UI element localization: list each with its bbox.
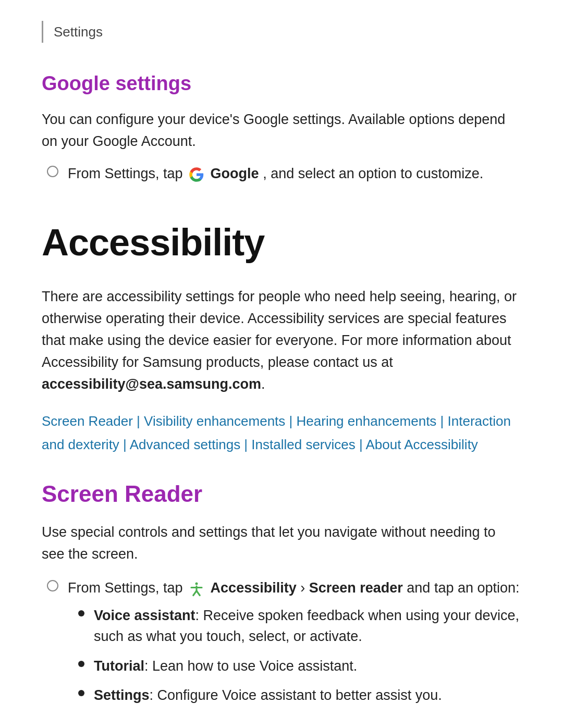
google-bullet-suffix: , and select an option to customize. [263,166,483,181]
accessibility-label-bold: Accessibility [211,580,297,596]
breadcrumb: Settings [42,21,521,43]
screen-reader-bullet: From Settings, tap Accessibility › Scree… [47,577,521,599]
sub-bullets-list: Voice assistant: Receive spoken feedback… [78,605,521,706]
nav-link-hearing[interactable]: Hearing enhancements [297,413,437,429]
accessibility-desc-text1: There are accessibility settings for peo… [42,289,517,370]
accessibility-figure-icon [189,581,204,597]
arrow-separator: › [297,580,309,596]
settings-text: : Configure Voice assistant to better as… [150,687,442,703]
sub-bullet-settings: Settings: Configure Voice assistant to b… [78,685,521,706]
google-bullet-text: From Settings, tap Google , and select a… [68,163,483,184]
accessibility-desc-text2: . [261,376,265,392]
google-settings-title: Google settings [42,69,521,98]
tutorial-label: Tutorial [94,658,144,674]
svg-point-0 [195,583,198,585]
accessibility-email: accessibility@sea.samsung.com [42,376,261,392]
google-settings-section: Google settings You can configure your d… [42,69,521,184]
screen-reader-section: Screen Reader Use special controls and s… [42,477,521,714]
sub-bullet-dot-2 [78,661,84,667]
screen-reader-label-bold: Screen reader [309,580,403,596]
google-label: Google [211,166,259,181]
settings-label: Settings [94,687,150,703]
nav-link-installed[interactable]: Installed services [251,437,355,452]
nav-link-advanced[interactable]: Advanced settings [130,437,240,452]
sub-bullet-tutorial: Tutorial: Lean how to use Voice assistan… [78,656,521,677]
google-settings-desc: You can configure your device's Google s… [42,109,521,153]
sub-bullet-voice-assistant: Voice assistant: Receive spoken feedback… [78,605,521,647]
sub-bullet-voice-text: Voice assistant: Receive spoken feedback… [94,605,521,647]
google-bullet-prefix: From Settings, tap [68,166,187,181]
sub-bullet-tutorial-text: Tutorial: Lean how to use Voice assistan… [94,656,357,677]
sub-bullet-dot-3 [78,690,84,696]
sub-bullet-settings-text: Settings: Configure Voice assistant to b… [94,685,442,706]
screen-reader-title: Screen Reader [42,477,521,511]
screen-reader-description: Use special controls and settings that l… [42,522,521,565]
accessibility-heading: Accessibility [42,214,521,270]
sub-bullet-dot-1 [78,610,84,616]
screen-reader-prefix: From Settings, tap [68,580,187,596]
nav-link-about[interactable]: About Accessibility [366,437,478,452]
google-bullet-item: From Settings, tap Google , and select a… [47,163,521,184]
tutorial-text: : Lean how to use Voice assistant. [144,658,357,674]
accessibility-description: There are accessibility settings for peo… [42,286,521,395]
nav-links: Screen Reader | Visibility enhancements … [42,410,521,455]
screen-reader-bullet-text: From Settings, tap Accessibility › Scree… [68,577,520,599]
screen-reader-bullet-suffix: and tap an option: [403,580,520,596]
voice-assistant-label: Voice assistant [94,608,195,623]
breadcrumb-label: Settings [54,24,103,40]
bullet-circle-icon-2 [47,580,58,591]
google-g-icon [189,167,204,182]
bullet-circle-icon [47,166,58,177]
nav-link-visibility[interactable]: Visibility enhancements [144,413,285,429]
nav-link-screen-reader[interactable]: Screen Reader [42,413,133,429]
svg-line-4 [197,591,200,596]
